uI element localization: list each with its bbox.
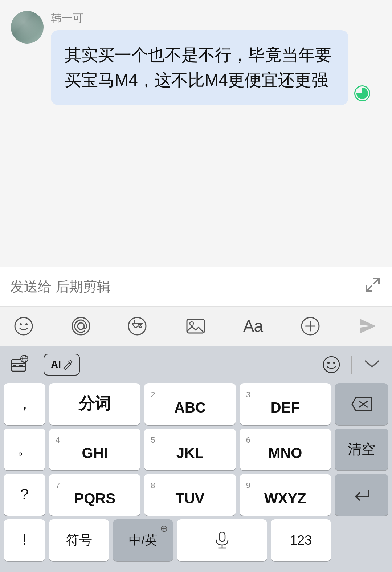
clear-label: 清空 xyxy=(348,440,375,459)
key-pqrs-label: PQRS xyxy=(74,490,115,507)
svg-marker-15 xyxy=(360,319,376,333)
key-mno-label: MNO xyxy=(268,445,302,461)
clear-button[interactable]: 清空 xyxy=(335,429,388,470)
fenci-label: 分词 xyxy=(79,393,111,414)
svg-rect-20 xyxy=(19,365,23,367)
key-num-7: 7 xyxy=(56,482,60,490)
num123-button[interactable]: 123 xyxy=(271,519,331,561)
key-wxyz[interactable]: 9 WXYZ xyxy=(240,474,331,516)
key-num-3: 3 xyxy=(246,391,250,399)
key-wxyz-label: WXYZ xyxy=(264,490,306,507)
key-row-1: ， 分词 2 ABC 3 DEF xyxy=(4,383,388,425)
chat-area: 韩一可 其实买一个也不是不行，毕竟当年要买宝马M4，这不比M4更便宜还更强 xyxy=(0,0,392,267)
key-abc[interactable]: 2 ABC xyxy=(144,383,236,425)
message-row: 韩一可 其实买一个也不是不行，毕竟当年要买宝马M4，这不比M4更便宜还更强 xyxy=(11,11,381,105)
ai-label: AI xyxy=(51,359,61,370)
svg-point-6 xyxy=(78,323,84,329)
key-def[interactable]: 3 DEF xyxy=(240,383,331,425)
punct-comma[interactable]: ， xyxy=(4,383,45,425)
key-num-9: 9 xyxy=(246,482,250,490)
svg-point-2 xyxy=(15,317,32,335)
symbols-button[interactable]: 符号 xyxy=(49,519,109,561)
punct-period[interactable]: 。 xyxy=(4,429,45,470)
key-num-2: 2 xyxy=(151,391,155,399)
key-row-3: ? 7 PQRS 8 TUV 9 WXYZ xyxy=(4,474,388,516)
message-input[interactable] xyxy=(10,279,358,295)
key-pqrs[interactable]: 7 PQRS xyxy=(49,474,140,516)
input-bar xyxy=(0,267,392,307)
at-button[interactable] xyxy=(68,313,94,339)
key-abc-label: ABC xyxy=(174,399,206,416)
svg-point-3 xyxy=(20,323,22,325)
key-jkl-label: JKL xyxy=(176,445,204,461)
sender-name: 韩一可 xyxy=(51,11,381,26)
key-ghi[interactable]: 4 GHI xyxy=(49,429,140,470)
lang-label: 中/英 xyxy=(129,532,157,549)
avatar xyxy=(11,11,44,44)
key-tuv[interactable]: 8 TUV xyxy=(144,474,236,516)
key-fenci[interactable]: 分词 xyxy=(49,383,140,425)
svg-point-27 xyxy=(333,362,335,364)
key-num-5: 5 xyxy=(151,436,155,444)
svg-point-11 xyxy=(190,322,193,325)
kb-emoji-button[interactable] xyxy=(319,352,344,377)
keyboard-top-bar: AI xyxy=(0,346,392,381)
keyboard-divider xyxy=(351,356,352,374)
key-num-6: 6 xyxy=(246,436,250,444)
svg-rect-30 xyxy=(219,532,225,541)
image-button[interactable] xyxy=(183,313,208,339)
message-bubble: 其实买一个也不是不行，毕竟当年要买宝马M4，这不比M4更便宜还更强 xyxy=(51,30,348,105)
svg-line-1 xyxy=(367,286,372,291)
message-content: 韩一可 其实买一个也不是不行，毕竟当年要买宝马M4，这不比M4更便宜还更强 xyxy=(51,11,381,105)
key-jkl[interactable]: 5 JKL xyxy=(144,429,236,470)
toolbar: Aa xyxy=(0,307,392,346)
symbols-label: 符号 xyxy=(66,531,92,549)
punct-question[interactable]: ? xyxy=(4,474,45,516)
font-button[interactable]: Aa xyxy=(240,313,266,339)
key-rows: ， 分词 2 ABC 3 DEF xyxy=(0,381,392,519)
svg-point-25 xyxy=(323,357,339,373)
keyboard: AI xyxy=(0,346,392,572)
key-tuv-label: TUV xyxy=(175,490,204,507)
delete-button[interactable] xyxy=(335,383,388,425)
key-mno[interactable]: 6 MNO xyxy=(240,429,331,470)
add-button[interactable] xyxy=(298,313,323,339)
ai-button[interactable]: AI xyxy=(44,354,80,376)
key-num-8: 8 xyxy=(151,482,155,490)
keyboard-collapse-button[interactable] xyxy=(359,352,385,377)
key-def-label: DEF xyxy=(271,399,300,416)
read-indicator xyxy=(354,85,370,101)
svg-rect-19 xyxy=(13,365,16,367)
enter-button[interactable] xyxy=(335,474,388,516)
svg-point-4 xyxy=(25,323,28,325)
svg-line-0 xyxy=(374,279,379,284)
lang-button[interactable]: 中/英 ⊕ xyxy=(113,519,173,561)
num123-label: 123 xyxy=(290,533,312,548)
svg-point-26 xyxy=(327,362,330,364)
emoji-button[interactable] xyxy=(11,313,36,339)
keyboard-globe-button[interactable] xyxy=(7,352,33,377)
translate-button[interactable] xyxy=(126,313,151,339)
space-button[interactable] xyxy=(177,519,267,561)
mic-icon xyxy=(215,531,229,549)
expand-icon[interactable] xyxy=(364,276,382,297)
key-num-4: 4 xyxy=(56,436,60,444)
punct-exclaim[interactable]: ! xyxy=(4,519,45,561)
send-button[interactable] xyxy=(355,313,381,339)
key-row-2: 。 4 GHI 5 JKL 6 MNO 清空 xyxy=(4,429,388,470)
key-ghi-label: GHI xyxy=(82,445,108,461)
